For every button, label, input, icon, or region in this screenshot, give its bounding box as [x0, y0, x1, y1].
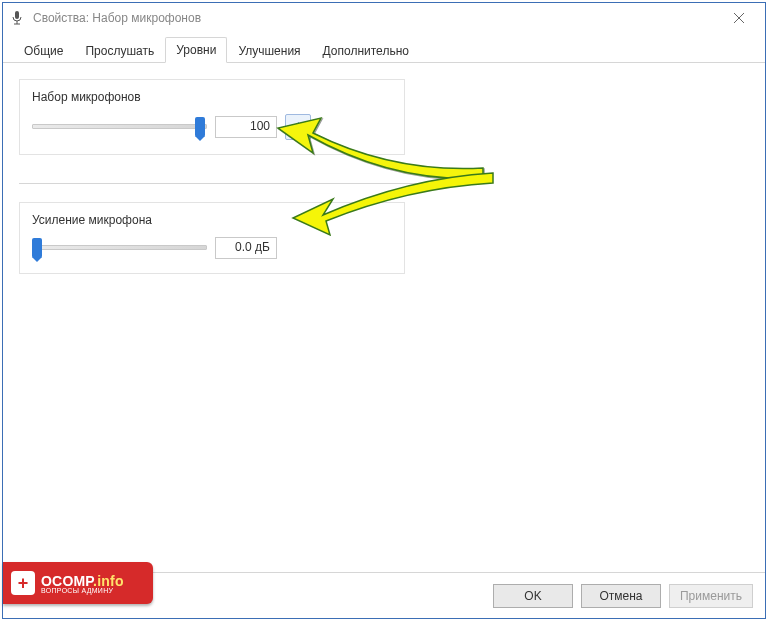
- group-microphone-boost-label: Усиление микрофона: [32, 213, 392, 227]
- tab-content: Набор микрофонов 100 Усиление м: [3, 63, 765, 573]
- cancel-button[interactable]: Отмена: [581, 584, 661, 608]
- tab-advanced[interactable]: Дополнительно: [312, 38, 420, 63]
- microphone-level-value[interactable]: 100: [215, 116, 277, 138]
- group-microphone-array-label: Набор микрофонов: [32, 90, 392, 104]
- speaker-button[interactable]: [285, 114, 311, 140]
- speaker-icon: [290, 119, 306, 135]
- window-title: Свойства: Набор микрофонов: [33, 11, 719, 25]
- microphone-boost-slider[interactable]: [32, 238, 207, 258]
- tab-general[interactable]: Общие: [13, 38, 74, 63]
- tab-levels[interactable]: Уровни: [165, 37, 227, 63]
- tabstrip: Общие Прослушать Уровни Улучшения Дополн…: [3, 33, 765, 63]
- ok-button[interactable]: OK: [493, 584, 573, 608]
- apply-button[interactable]: Применить: [669, 584, 753, 608]
- tab-listen[interactable]: Прослушать: [74, 38, 165, 63]
- plus-icon: +: [11, 571, 35, 595]
- group-microphone-boost: Усиление микрофона 0.0 дБ: [19, 202, 405, 274]
- divider: [19, 183, 469, 184]
- group-microphone-array: Набор микрофонов 100: [19, 79, 405, 155]
- properties-window: Свойства: Набор микрофонов Общие Прослуш…: [2, 2, 766, 619]
- microphone-level-slider[interactable]: [32, 117, 207, 137]
- watermark-logo: + OCOMP.info ВОПРОСЫ АДМИНУ: [3, 562, 153, 604]
- svg-marker-5: [292, 122, 299, 132]
- microphone-icon: [9, 10, 25, 26]
- microphone-boost-value[interactable]: 0.0 дБ: [215, 237, 277, 259]
- close-button[interactable]: [719, 4, 759, 32]
- svg-rect-0: [15, 11, 19, 19]
- tab-enhancements[interactable]: Улучшения: [227, 38, 311, 63]
- titlebar: Свойства: Набор микрофонов: [3, 3, 765, 33]
- logo-subtext: ВОПРОСЫ АДМИНУ: [41, 587, 124, 594]
